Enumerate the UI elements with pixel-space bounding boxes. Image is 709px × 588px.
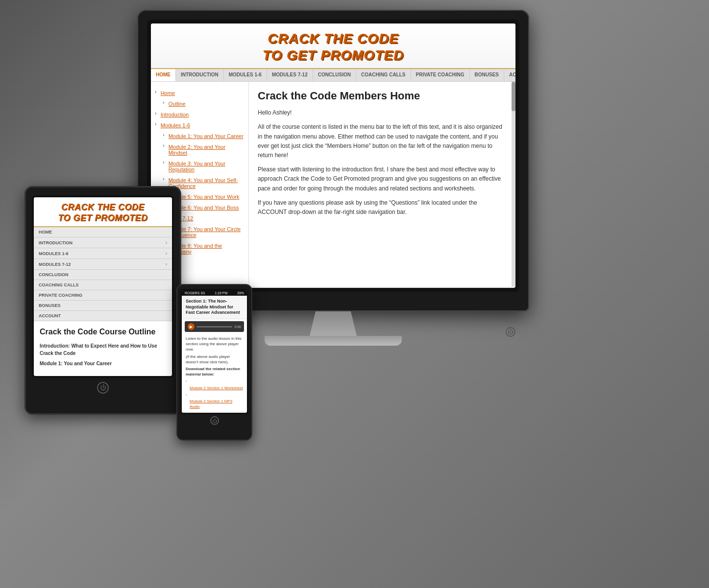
tablet-nav-introduction[interactable]: INTRODUCTION› xyxy=(34,237,172,248)
tablet-nav-conclusion[interactable]: CONCLUSION xyxy=(34,270,172,280)
monitor-nav-account[interactable]: ACCOUNT xyxy=(504,69,515,81)
phone-section-header: Section 1: The Non-Negotiable Mindset fo… xyxy=(182,296,247,319)
tablet-title: CRACK THE CODE TO GET PROMOTED xyxy=(38,202,168,223)
phone-audio-time: 0:00 xyxy=(234,325,241,329)
monitor-nav-home[interactable]: HOME xyxy=(151,69,176,81)
monitor-power-button[interactable]: ⏻ xyxy=(506,327,515,337)
phone-time: 1:16 PM xyxy=(215,291,227,295)
phone-audio-progress xyxy=(196,326,232,328)
monitor-nav-modules712[interactable]: MODULES 7-12 xyxy=(267,69,313,81)
content-para3: If you have any questions please ask by … xyxy=(258,198,507,217)
phone-content: Listen to the audio lesson in this secti… xyxy=(182,334,247,413)
phone-if-text: (If the above audio player doesn’t show … xyxy=(186,354,243,365)
tablet-power-button[interactable]: ⏻ xyxy=(97,382,109,394)
phone-download-text: Download the related section material be… xyxy=(186,367,240,376)
content-heading: Crack the Code Members Home xyxy=(258,90,507,102)
phone-battery: 39% xyxy=(237,291,244,295)
monitor-content: Crack the Code Members Home Hello Ashley… xyxy=(249,82,515,286)
tablet-screen: CRACK THE CODE TO GET PROMOTED HOME INTR… xyxy=(34,197,172,376)
sidebar-link-home[interactable]: Home xyxy=(159,90,175,96)
tablet-title-bar: CRACK THE CODE TO GET PROMOTED xyxy=(34,197,172,227)
tablet-nav-modules712[interactable]: MODULES 7-12› xyxy=(34,259,172,270)
sidebar-link-modules16[interactable]: Modules 1-6 xyxy=(159,122,191,128)
monitor-nav-conclusion[interactable]: CONCLUSION xyxy=(313,69,356,81)
monitor-nav-introduction[interactable]: INTRODUCTION xyxy=(176,69,224,81)
tablet-nav-private[interactable]: PRIVATE COACHING xyxy=(34,290,172,301)
monitor-nav-bonuses[interactable]: BONUSES xyxy=(470,69,504,81)
monitor-stand-base xyxy=(265,336,402,346)
content-greeting: Hello Ashley! xyxy=(258,108,507,118)
tablet-intro-bold: Introduction: What to Expect Here and Ho… xyxy=(40,342,166,357)
tablet-nav-coaching[interactable]: COACHING CALLS xyxy=(34,280,172,290)
phone-carrier: ROGERS 3G xyxy=(185,291,205,295)
tablet-nav-home[interactable]: HOME xyxy=(34,227,172,237)
sidebar-link-mod3[interactable]: Module 3: You and Your Reputation xyxy=(167,161,244,172)
monitor-stand-neck xyxy=(304,311,363,336)
monitor-nav-private[interactable]: PRIVATE COACHING xyxy=(411,69,470,81)
monitor-nav: HOME INTRODUCTION MODULES 1-6 MODULES 7-… xyxy=(151,69,515,82)
sidebar-link-intro[interactable]: Introduction xyxy=(159,112,189,118)
monitor-screen: CRACK THE CODE TO GET PROMOTED HOME INTR… xyxy=(151,24,515,288)
monitor-title: CRACK THE CODE TO GET PROMOTED xyxy=(156,30,511,63)
tablet-content-heading: Crack the Code Course Outline xyxy=(40,327,166,337)
sidebar-link-mod2[interactable]: Module 2: You and Your Mindset xyxy=(167,144,244,156)
tablet: CRACK THE CODE TO GET PROMOTED HOME INTR… xyxy=(24,186,181,415)
tablet-nav-account[interactable]: ACCOUNT xyxy=(34,311,172,321)
monitor-title-bar: CRACK THE CODE TO GET PROMOTED xyxy=(151,24,515,69)
phone-audio-player[interactable]: ▶ 0:00 xyxy=(185,321,244,332)
monitor-nav-modules16[interactable]: MODULES 1-6 xyxy=(224,69,267,81)
tablet-module1: Module 1: You and Your Career xyxy=(40,360,166,367)
phone-status-bar: ROGERS 3G 1:16 PM 39% xyxy=(182,290,247,296)
content-para1: All of the course content is listed in t… xyxy=(258,122,507,160)
content-para2: Please start with listening to the intro… xyxy=(258,165,507,193)
phone-listen-text: Listen to the audio lesson in this secti… xyxy=(186,336,243,353)
sidebar-link-mod1[interactable]: Module 1: You and Your Career xyxy=(167,133,244,139)
phone-screen: ROGERS 3G 1:16 PM 39% Section 1: The Non… xyxy=(182,290,247,413)
tablet-body: Crack the Code Course Outline Introducti… xyxy=(34,321,172,376)
phone-link-audio[interactable]: Module 2 Section 1 MP3 Audio xyxy=(190,399,243,409)
phone-play-button[interactable]: ▶ xyxy=(188,323,195,330)
sidebar-link-outline[interactable]: Outline xyxy=(167,101,186,107)
tablet-nav: HOME INTRODUCTION› MODULES 1-6› MODULES … xyxy=(34,227,172,321)
tablet-nav-bonuses[interactable]: BONUSES xyxy=(34,301,172,311)
phone-link-worksheet[interactable]: Module 2 Section 1 Worksheet xyxy=(190,385,243,391)
phone: ROGERS 3G 1:16 PM 39% Section 1: The Non… xyxy=(176,284,252,441)
phone-power-button[interactable]: ⏻ xyxy=(210,416,219,425)
tablet-nav-modules16[interactable]: MODULES 1-6› xyxy=(34,248,172,259)
monitor-nav-coaching[interactable]: COACHING CALLS xyxy=(356,69,411,81)
